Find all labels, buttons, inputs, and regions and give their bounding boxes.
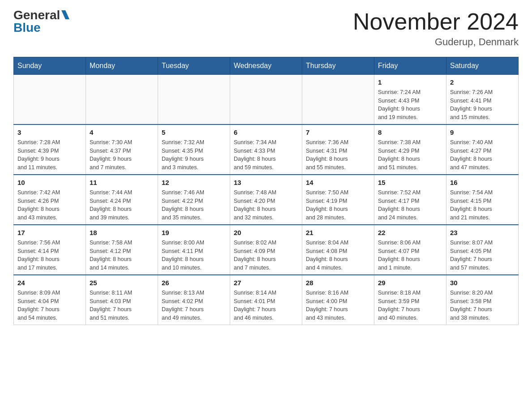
header-row: SundayMondayTuesdayWednesdayThursdayFrid… bbox=[14, 57, 519, 75]
day-number: 11 bbox=[90, 178, 154, 187]
calendar-cell: 17Sunrise: 7:56 AM Sunset: 4:14 PM Dayli… bbox=[14, 225, 86, 275]
calendar-cell: 27Sunrise: 8:14 AM Sunset: 4:01 PM Dayli… bbox=[230, 275, 302, 325]
calendar-cell: 12Sunrise: 7:46 AM Sunset: 4:22 PM Dayli… bbox=[158, 175, 230, 225]
calendar-cell: 11Sunrise: 7:44 AM Sunset: 4:24 PM Dayli… bbox=[86, 175, 158, 225]
day-info: Sunrise: 8:14 AM Sunset: 4:01 PM Dayligh… bbox=[234, 290, 276, 321]
day-info: Sunrise: 7:38 AM Sunset: 4:29 PM Dayligh… bbox=[378, 139, 420, 171]
day-info: Sunrise: 7:44 AM Sunset: 4:24 PM Dayligh… bbox=[90, 189, 132, 221]
day-info: Sunrise: 8:13 AM Sunset: 4:02 PM Dayligh… bbox=[162, 290, 204, 321]
week-row-4: 17Sunrise: 7:56 AM Sunset: 4:14 PM Dayli… bbox=[14, 225, 519, 275]
day-number: 22 bbox=[378, 228, 442, 237]
calendar-cell: 1Sunrise: 7:24 AM Sunset: 4:43 PM Daylig… bbox=[374, 75, 446, 125]
day-info: Sunrise: 8:16 AM Sunset: 4:00 PM Dayligh… bbox=[306, 290, 348, 321]
calendar-cell: 16Sunrise: 7:54 AM Sunset: 4:15 PM Dayli… bbox=[446, 175, 519, 225]
day-info: Sunrise: 7:50 AM Sunset: 4:19 PM Dayligh… bbox=[306, 189, 348, 221]
calendar-cell: 30Sunrise: 8:20 AM Sunset: 3:58 PM Dayli… bbox=[446, 275, 519, 325]
day-number: 9 bbox=[450, 128, 515, 137]
day-info: Sunrise: 7:52 AM Sunset: 4:17 PM Dayligh… bbox=[378, 189, 420, 221]
day-number: 6 bbox=[234, 128, 298, 137]
day-number: 15 bbox=[378, 178, 442, 187]
day-number: 19 bbox=[162, 228, 226, 237]
logo-general-text: General bbox=[13, 9, 60, 21]
day-number: 17 bbox=[17, 228, 82, 237]
calendar-cell: 23Sunrise: 8:07 AM Sunset: 4:05 PM Dayli… bbox=[446, 225, 519, 275]
day-number: 10 bbox=[17, 178, 82, 187]
calendar-cell: 22Sunrise: 8:06 AM Sunset: 4:07 PM Dayli… bbox=[374, 225, 446, 275]
day-info: Sunrise: 8:11 AM Sunset: 4:03 PM Dayligh… bbox=[90, 290, 132, 321]
day-info: Sunrise: 7:24 AM Sunset: 4:43 PM Dayligh… bbox=[378, 89, 420, 120]
page-header: General Blue November 2024 Guderup, Denm… bbox=[13, 9, 519, 48]
day-number: 14 bbox=[306, 178, 370, 187]
day-info: Sunrise: 7:30 AM Sunset: 4:37 PM Dayligh… bbox=[90, 139, 132, 171]
day-number: 18 bbox=[90, 228, 154, 237]
calendar-cell: 2Sunrise: 7:26 AM Sunset: 4:41 PM Daylig… bbox=[446, 75, 519, 125]
day-number: 29 bbox=[378, 278, 442, 287]
day-header-saturday: Saturday bbox=[446, 57, 519, 75]
calendar-cell: 29Sunrise: 8:18 AM Sunset: 3:59 PM Dayli… bbox=[374, 275, 446, 325]
day-number: 13 bbox=[234, 178, 298, 187]
calendar-cell: 18Sunrise: 7:58 AM Sunset: 4:12 PM Dayli… bbox=[86, 225, 158, 275]
day-info: Sunrise: 8:00 AM Sunset: 4:11 PM Dayligh… bbox=[162, 240, 204, 271]
calendar-cell: 26Sunrise: 8:13 AM Sunset: 4:02 PM Dayli… bbox=[158, 275, 230, 325]
week-row-3: 10Sunrise: 7:42 AM Sunset: 4:26 PM Dayli… bbox=[14, 175, 519, 225]
week-row-5: 24Sunrise: 8:09 AM Sunset: 4:04 PM Dayli… bbox=[14, 275, 519, 325]
day-number: 25 bbox=[90, 278, 154, 287]
day-number: 5 bbox=[162, 128, 226, 137]
calendar-cell: 24Sunrise: 8:09 AM Sunset: 4:04 PM Dayli… bbox=[14, 275, 86, 325]
calendar-cell bbox=[158, 75, 230, 125]
logo-blue-text: Blue bbox=[13, 21, 41, 34]
day-number: 28 bbox=[306, 278, 370, 287]
day-header-friday: Friday bbox=[374, 57, 446, 75]
day-header-sunday: Sunday bbox=[14, 57, 86, 75]
day-info: Sunrise: 7:36 AM Sunset: 4:31 PM Dayligh… bbox=[306, 139, 348, 171]
day-info: Sunrise: 7:40 AM Sunset: 4:27 PM Dayligh… bbox=[450, 139, 493, 171]
day-info: Sunrise: 7:58 AM Sunset: 4:12 PM Dayligh… bbox=[90, 240, 132, 271]
day-number: 21 bbox=[306, 228, 370, 237]
calendar-cell: 21Sunrise: 8:04 AM Sunset: 4:08 PM Dayli… bbox=[302, 225, 374, 275]
day-number: 4 bbox=[90, 128, 154, 137]
day-number: 1 bbox=[378, 77, 442, 87]
calendar-cell: 14Sunrise: 7:50 AM Sunset: 4:19 PM Dayli… bbox=[302, 175, 374, 225]
calendar-cell: 8Sunrise: 7:38 AM Sunset: 4:29 PM Daylig… bbox=[374, 124, 446, 175]
calendar-cell bbox=[86, 75, 158, 125]
day-info: Sunrise: 8:02 AM Sunset: 4:09 PM Dayligh… bbox=[234, 240, 276, 271]
day-number: 27 bbox=[234, 278, 298, 287]
day-number: 24 bbox=[17, 278, 82, 287]
day-number: 2 bbox=[450, 77, 515, 87]
day-info: Sunrise: 7:48 AM Sunset: 4:20 PM Dayligh… bbox=[234, 189, 276, 221]
day-number: 30 bbox=[450, 278, 515, 287]
calendar-cell: 4Sunrise: 7:30 AM Sunset: 4:37 PM Daylig… bbox=[86, 124, 158, 175]
day-number: 16 bbox=[450, 178, 515, 187]
day-info: Sunrise: 7:26 AM Sunset: 4:41 PM Dayligh… bbox=[450, 89, 493, 120]
day-header-wednesday: Wednesday bbox=[230, 57, 302, 75]
calendar-cell bbox=[14, 75, 86, 125]
calendar-cell: 25Sunrise: 8:11 AM Sunset: 4:03 PM Dayli… bbox=[86, 275, 158, 325]
calendar-cell: 19Sunrise: 8:00 AM Sunset: 4:11 PM Dayli… bbox=[158, 225, 230, 275]
day-info: Sunrise: 7:42 AM Sunset: 4:26 PM Dayligh… bbox=[17, 189, 60, 221]
day-header-monday: Monday bbox=[86, 57, 158, 75]
day-info: Sunrise: 8:04 AM Sunset: 4:08 PM Dayligh… bbox=[306, 240, 348, 271]
day-header-tuesday: Tuesday bbox=[158, 57, 230, 75]
calendar-table: SundayMondayTuesdayWednesdayThursdayFrid… bbox=[13, 57, 519, 325]
day-info: Sunrise: 7:34 AM Sunset: 4:33 PM Dayligh… bbox=[234, 139, 276, 171]
calendar-cell: 13Sunrise: 7:48 AM Sunset: 4:20 PM Dayli… bbox=[230, 175, 302, 225]
calendar-cell: 28Sunrise: 8:16 AM Sunset: 4:00 PM Dayli… bbox=[302, 275, 374, 325]
day-info: Sunrise: 8:07 AM Sunset: 4:05 PM Dayligh… bbox=[450, 240, 493, 271]
calendar-cell: 9Sunrise: 7:40 AM Sunset: 4:27 PM Daylig… bbox=[446, 124, 519, 175]
day-info: Sunrise: 8:18 AM Sunset: 3:59 PM Dayligh… bbox=[378, 290, 420, 321]
day-info: Sunrise: 7:28 AM Sunset: 4:39 PM Dayligh… bbox=[17, 139, 60, 171]
day-number: 12 bbox=[162, 178, 226, 187]
day-info: Sunrise: 7:32 AM Sunset: 4:35 PM Dayligh… bbox=[162, 139, 204, 171]
calendar-cell: 6Sunrise: 7:34 AM Sunset: 4:33 PM Daylig… bbox=[230, 124, 302, 175]
title-block: November 2024 Guderup, Denmark bbox=[353, 9, 519, 48]
calendar-title: November 2024 bbox=[353, 9, 519, 34]
day-info: Sunrise: 7:54 AM Sunset: 4:15 PM Dayligh… bbox=[450, 189, 493, 221]
calendar-cell: 20Sunrise: 8:02 AM Sunset: 4:09 PM Dayli… bbox=[230, 225, 302, 275]
day-info: Sunrise: 7:46 AM Sunset: 4:22 PM Dayligh… bbox=[162, 189, 204, 221]
day-number: 26 bbox=[162, 278, 226, 287]
day-number: 23 bbox=[450, 228, 515, 237]
calendar-cell: 5Sunrise: 7:32 AM Sunset: 4:35 PM Daylig… bbox=[158, 124, 230, 175]
day-number: 20 bbox=[234, 228, 298, 237]
day-info: Sunrise: 8:20 AM Sunset: 3:58 PM Dayligh… bbox=[450, 290, 493, 321]
logo: General Blue bbox=[13, 9, 69, 34]
